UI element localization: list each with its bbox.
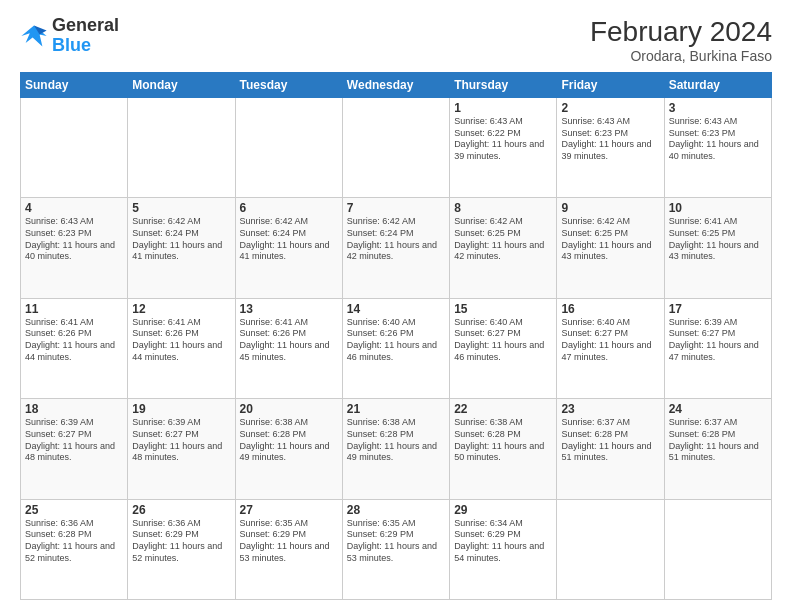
day-info: Sunrise: 6:35 AM Sunset: 6:29 PM Dayligh… (240, 518, 338, 565)
calendar-dow-monday: Monday (128, 73, 235, 98)
calendar-dow-tuesday: Tuesday (235, 73, 342, 98)
day-info: Sunrise: 6:38 AM Sunset: 6:28 PM Dayligh… (240, 417, 338, 464)
day-number: 23 (561, 402, 659, 416)
calendar-cell: 6Sunrise: 6:42 AM Sunset: 6:24 PM Daylig… (235, 198, 342, 298)
calendar-cell: 21Sunrise: 6:38 AM Sunset: 6:28 PM Dayli… (342, 399, 449, 499)
calendar-cell: 20Sunrise: 6:38 AM Sunset: 6:28 PM Dayli… (235, 399, 342, 499)
logo-text: General Blue (52, 16, 119, 56)
calendar-week-2: 11Sunrise: 6:41 AM Sunset: 6:26 PM Dayli… (21, 298, 772, 398)
day-number: 10 (669, 201, 767, 215)
calendar-cell: 9Sunrise: 6:42 AM Sunset: 6:25 PM Daylig… (557, 198, 664, 298)
day-info: Sunrise: 6:34 AM Sunset: 6:29 PM Dayligh… (454, 518, 552, 565)
day-info: Sunrise: 6:39 AM Sunset: 6:27 PM Dayligh… (25, 417, 123, 464)
day-info: Sunrise: 6:41 AM Sunset: 6:25 PM Dayligh… (669, 216, 767, 263)
calendar-cell: 1Sunrise: 6:43 AM Sunset: 6:22 PM Daylig… (450, 98, 557, 198)
calendar-dow-thursday: Thursday (450, 73, 557, 98)
calendar-week-0: 1Sunrise: 6:43 AM Sunset: 6:22 PM Daylig… (21, 98, 772, 198)
day-info: Sunrise: 6:42 AM Sunset: 6:24 PM Dayligh… (347, 216, 445, 263)
day-info: Sunrise: 6:43 AM Sunset: 6:23 PM Dayligh… (561, 116, 659, 163)
calendar-cell: 27Sunrise: 6:35 AM Sunset: 6:29 PM Dayli… (235, 499, 342, 599)
location: Orodara, Burkina Faso (590, 48, 772, 64)
day-info: Sunrise: 6:39 AM Sunset: 6:27 PM Dayligh… (669, 317, 767, 364)
calendar-dow-sunday: Sunday (21, 73, 128, 98)
day-number: 21 (347, 402, 445, 416)
day-info: Sunrise: 6:42 AM Sunset: 6:25 PM Dayligh… (561, 216, 659, 263)
day-number: 7 (347, 201, 445, 215)
day-info: Sunrise: 6:36 AM Sunset: 6:29 PM Dayligh… (132, 518, 230, 565)
calendar-cell: 10Sunrise: 6:41 AM Sunset: 6:25 PM Dayli… (664, 198, 771, 298)
day-number: 13 (240, 302, 338, 316)
calendar-cell (342, 98, 449, 198)
day-info: Sunrise: 6:36 AM Sunset: 6:28 PM Dayligh… (25, 518, 123, 565)
calendar-cell: 28Sunrise: 6:35 AM Sunset: 6:29 PM Dayli… (342, 499, 449, 599)
calendar-cell: 15Sunrise: 6:40 AM Sunset: 6:27 PM Dayli… (450, 298, 557, 398)
calendar-cell (128, 98, 235, 198)
calendar-cell: 14Sunrise: 6:40 AM Sunset: 6:26 PM Dayli… (342, 298, 449, 398)
day-number: 19 (132, 402, 230, 416)
calendar-cell: 3Sunrise: 6:43 AM Sunset: 6:23 PM Daylig… (664, 98, 771, 198)
day-info: Sunrise: 6:38 AM Sunset: 6:28 PM Dayligh… (454, 417, 552, 464)
calendar-week-1: 4Sunrise: 6:43 AM Sunset: 6:23 PM Daylig… (21, 198, 772, 298)
calendar-dow-saturday: Saturday (664, 73, 771, 98)
svg-marker-0 (21, 25, 46, 46)
day-info: Sunrise: 6:41 AM Sunset: 6:26 PM Dayligh… (240, 317, 338, 364)
page: General Blue February 2024 Orodara, Burk… (0, 0, 792, 612)
day-info: Sunrise: 6:41 AM Sunset: 6:26 PM Dayligh… (25, 317, 123, 364)
calendar-cell: 17Sunrise: 6:39 AM Sunset: 6:27 PM Dayli… (664, 298, 771, 398)
calendar-cell: 24Sunrise: 6:37 AM Sunset: 6:28 PM Dayli… (664, 399, 771, 499)
day-number: 1 (454, 101, 552, 115)
calendar-cell: 18Sunrise: 6:39 AM Sunset: 6:27 PM Dayli… (21, 399, 128, 499)
day-number: 16 (561, 302, 659, 316)
logo-icon (20, 22, 48, 50)
day-number: 25 (25, 503, 123, 517)
calendar-cell (557, 499, 664, 599)
calendar-cell (664, 499, 771, 599)
day-number: 2 (561, 101, 659, 115)
day-number: 12 (132, 302, 230, 316)
calendar-cell: 26Sunrise: 6:36 AM Sunset: 6:29 PM Dayli… (128, 499, 235, 599)
day-number: 6 (240, 201, 338, 215)
day-info: Sunrise: 6:38 AM Sunset: 6:28 PM Dayligh… (347, 417, 445, 464)
day-number: 18 (25, 402, 123, 416)
header: General Blue February 2024 Orodara, Burk… (20, 16, 772, 64)
calendar-cell (235, 98, 342, 198)
day-number: 26 (132, 503, 230, 517)
day-info: Sunrise: 6:42 AM Sunset: 6:24 PM Dayligh… (240, 216, 338, 263)
day-info: Sunrise: 6:43 AM Sunset: 6:23 PM Dayligh… (25, 216, 123, 263)
day-number: 15 (454, 302, 552, 316)
day-info: Sunrise: 6:35 AM Sunset: 6:29 PM Dayligh… (347, 518, 445, 565)
day-info: Sunrise: 6:37 AM Sunset: 6:28 PM Dayligh… (669, 417, 767, 464)
day-number: 17 (669, 302, 767, 316)
day-number: 20 (240, 402, 338, 416)
day-info: Sunrise: 6:42 AM Sunset: 6:25 PM Dayligh… (454, 216, 552, 263)
day-info: Sunrise: 6:43 AM Sunset: 6:22 PM Dayligh… (454, 116, 552, 163)
day-number: 11 (25, 302, 123, 316)
day-info: Sunrise: 6:40 AM Sunset: 6:27 PM Dayligh… (454, 317, 552, 364)
calendar-cell: 25Sunrise: 6:36 AM Sunset: 6:28 PM Dayli… (21, 499, 128, 599)
day-number: 9 (561, 201, 659, 215)
calendar-cell (21, 98, 128, 198)
month-year: February 2024 (590, 16, 772, 48)
day-number: 3 (669, 101, 767, 115)
calendar-header-row: SundayMondayTuesdayWednesdayThursdayFrid… (21, 73, 772, 98)
day-info: Sunrise: 6:41 AM Sunset: 6:26 PM Dayligh… (132, 317, 230, 364)
calendar-cell: 29Sunrise: 6:34 AM Sunset: 6:29 PM Dayli… (450, 499, 557, 599)
day-number: 4 (25, 201, 123, 215)
day-info: Sunrise: 6:39 AM Sunset: 6:27 PM Dayligh… (132, 417, 230, 464)
calendar-cell: 4Sunrise: 6:43 AM Sunset: 6:23 PM Daylig… (21, 198, 128, 298)
calendar-cell: 5Sunrise: 6:42 AM Sunset: 6:24 PM Daylig… (128, 198, 235, 298)
day-info: Sunrise: 6:42 AM Sunset: 6:24 PM Dayligh… (132, 216, 230, 263)
calendar-cell: 2Sunrise: 6:43 AM Sunset: 6:23 PM Daylig… (557, 98, 664, 198)
calendar-cell: 12Sunrise: 6:41 AM Sunset: 6:26 PM Dayli… (128, 298, 235, 398)
day-number: 14 (347, 302, 445, 316)
calendar-cell: 13Sunrise: 6:41 AM Sunset: 6:26 PM Dayli… (235, 298, 342, 398)
calendar-cell: 8Sunrise: 6:42 AM Sunset: 6:25 PM Daylig… (450, 198, 557, 298)
day-number: 29 (454, 503, 552, 517)
day-number: 28 (347, 503, 445, 517)
calendar-cell: 23Sunrise: 6:37 AM Sunset: 6:28 PM Dayli… (557, 399, 664, 499)
calendar-cell: 22Sunrise: 6:38 AM Sunset: 6:28 PM Dayli… (450, 399, 557, 499)
calendar-cell: 7Sunrise: 6:42 AM Sunset: 6:24 PM Daylig… (342, 198, 449, 298)
calendar-dow-friday: Friday (557, 73, 664, 98)
day-number: 22 (454, 402, 552, 416)
calendar-cell: 16Sunrise: 6:40 AM Sunset: 6:27 PM Dayli… (557, 298, 664, 398)
